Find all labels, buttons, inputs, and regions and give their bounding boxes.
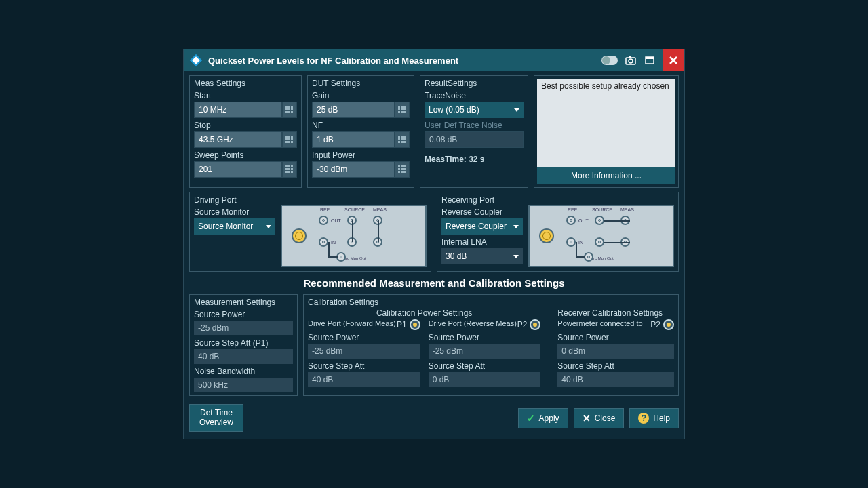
driving-port-title: Driving Port (194, 195, 275, 205)
calibration-settings-panel: Calibration Settings Calibration Power S… (303, 294, 679, 396)
svg-rect-6 (646, 57, 654, 59)
reverse-coupler-dropdown[interactable]: Reverse Coupler (441, 218, 523, 235)
tracenoise-label: TraceNoise (425, 91, 524, 100)
chevron-down-icon (266, 225, 271, 228)
meas-time-label: MeasTime: 32 s (425, 155, 524, 164)
det-time-overview-button[interactable]: Det Time Overview (189, 404, 243, 431)
receiver-cal-settings-title: Receiver Calibration Settings (557, 308, 674, 318)
tracenoise-dropdown[interactable]: Low (0.05 dB) (425, 102, 524, 118)
cal2-ssa-value: 0 dB (429, 372, 541, 387)
svg-point-3 (629, 59, 633, 63)
gain-label: Gain (312, 91, 410, 100)
driving-port-panel: Driving Port Source Monitor Source Monit… (189, 192, 431, 272)
nf-label: NF (312, 121, 410, 130)
cal3-ssa-value: 40 dB (557, 372, 674, 387)
dut-settings-panel: DUT Settings Gain 25 dB NF 1 dB Input Po… (307, 75, 414, 188)
start-input[interactable]: 10 MHz (194, 102, 282, 118)
receiving-port-panel: Receiving Port Reverse Coupler Reverse C… (437, 192, 679, 272)
sweep-points-label: Sweep Points (194, 150, 297, 160)
apply-button[interactable]: ✓Apply (518, 408, 568, 428)
internal-lna-dropdown[interactable]: 30 dB (441, 248, 523, 264)
port-icon (530, 319, 540, 330)
start-keypad-button[interactable] (282, 102, 297, 118)
cal-col1-sub: Drive Port (Forward Meas) (308, 319, 396, 328)
nf-input[interactable]: 1 dB (312, 131, 395, 148)
sweep-points-input[interactable]: 201 (194, 161, 282, 178)
dut-settings-title: DUT Settings (312, 79, 410, 88)
input-power-input[interactable]: -30 dBm (312, 161, 395, 178)
port-icon (410, 319, 420, 330)
calibration-power-settings-title: Calibration Power Settings (308, 308, 540, 318)
screenshot-icon[interactable] (625, 54, 637, 66)
dialog-window: Quickset Power Levels for NF Calibration… (183, 49, 685, 439)
ms-source-power-value: -25 dBm (194, 321, 293, 336)
receiving-port-title: Receiving Port (441, 195, 523, 205)
help-icon: ? (638, 413, 649, 424)
info-box: Best possible setup already chosen (537, 79, 675, 167)
source-monitor-dropdown[interactable]: Source Monitor (194, 218, 275, 235)
power-keypad-button[interactable] (395, 161, 410, 178)
input-power-label: Input Power (312, 150, 410, 160)
gain-input[interactable]: 25 dB (312, 102, 395, 118)
user-def-trace-noise-label: User Def Trace Noise (425, 121, 524, 130)
cal3-ssa-label: Source Step Att (557, 361, 674, 371)
p2-label-b: P2 (650, 320, 660, 329)
close-icon: ✕ (583, 413, 591, 424)
titlebar: Quickset Power Levels for NF Calibration… (184, 49, 684, 71)
close-button[interactable] (663, 49, 684, 71)
stop-input[interactable]: 43.5 GHz (194, 131, 282, 148)
cal-col2-sub: Drive Port (Reverse Meas) (429, 319, 517, 328)
chevron-down-icon (514, 108, 519, 112)
cal2-sp-value: -25 dBm (429, 344, 541, 359)
meas-settings-panel: Meas Settings Start 10 MHz Stop 43.5 GHz… (189, 75, 302, 188)
result-settings-panel: ResultSettings TraceNoise Low (0.05 dB) … (420, 75, 528, 188)
cal1-ssa-value: 40 dB (308, 372, 420, 387)
sweep-keypad-button[interactable] (282, 161, 297, 178)
ms-source-step-att-label: Source Step Att (P1) (194, 338, 293, 348)
cal2-sp-label: Source Power (429, 333, 541, 342)
ms-noise-bw-value: 500 kHz (194, 378, 293, 392)
port-icon (663, 319, 674, 330)
cal1-ssa-label: Source Step Att (308, 361, 420, 371)
source-monitor-label: Source Monitor (194, 207, 275, 217)
driving-port-diagram: REF SOURCE MEAS OUT IN Src Mon Out (281, 205, 427, 267)
maximize-icon[interactable] (644, 54, 656, 66)
chevron-down-icon (513, 255, 519, 258)
cal1-sp-value: -25 dBm (308, 344, 420, 359)
help-button[interactable]: ?Help (629, 408, 679, 428)
internal-lna-label: Internal LNA (441, 237, 523, 247)
cal3-sp-value: 0 dBm (557, 344, 674, 359)
calibration-settings-title: Calibration Settings (308, 298, 674, 307)
app-logo-icon (189, 54, 203, 67)
titlebar-toggle[interactable] (601, 56, 618, 65)
meas-settings-title: Meas Settings (194, 79, 297, 88)
cal2-ssa-label: Source Step Att (429, 361, 541, 371)
ms-source-step-att-value: 40 dB (194, 349, 293, 364)
more-information-button[interactable]: More Information ... (537, 167, 675, 184)
chevron-down-icon (513, 225, 519, 228)
nf-keypad-button[interactable] (395, 131, 410, 148)
user-def-trace-noise-value: 0.08 dB (425, 131, 524, 148)
cal-col3-sub: Powermeter connected to (557, 319, 642, 328)
receiving-port-diagram: REF SOURCE MEAS OUT IN Src Mon Out (528, 205, 674, 267)
ms-noise-bw-label: Noise Bandwidth (194, 367, 293, 376)
measurement-settings-panel: Measurement Settings Source Power -25 dB… (189, 294, 298, 396)
gain-keypad-button[interactable] (395, 102, 410, 118)
ms-source-power-label: Source Power (194, 310, 293, 319)
cal1-sp-label: Source Power (308, 333, 420, 342)
close-button-footer[interactable]: ✕Close (574, 408, 625, 428)
measurement-settings-title: Measurement Settings (194, 298, 293, 307)
check-icon: ✓ (527, 413, 535, 424)
start-label: Start (194, 91, 297, 100)
result-settings-title: ResultSettings (425, 79, 524, 88)
window-title: Quickset Power Levels for NF Calibration… (208, 56, 601, 66)
cal3-sp-label: Source Power (557, 333, 674, 342)
reverse-coupler-label: Reverse Coupler (441, 207, 523, 217)
info-panel: Best possible setup already chosen More … (534, 75, 679, 188)
svg-rect-4 (629, 56, 631, 58)
stop-keypad-button[interactable] (282, 131, 297, 148)
stop-label: Stop (194, 121, 297, 130)
p2-label-a: P2 (517, 320, 528, 329)
recommended-heading: Recommended Measurement and Calibration … (189, 277, 679, 289)
p1-label: P1 (397, 320, 407, 329)
